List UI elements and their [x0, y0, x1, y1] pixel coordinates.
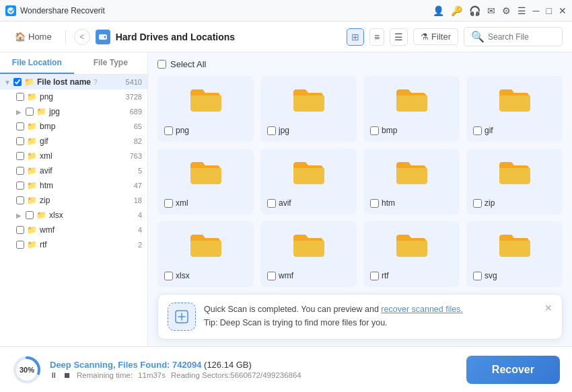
grid-checkbox-jpg[interactable]	[267, 126, 276, 135]
maximize-icon[interactable]: □	[546, 5, 552, 16]
person-icon[interactable]: 👤	[433, 5, 444, 16]
recover-scanned-link[interactable]: recover scanned files.	[381, 305, 463, 314]
headset-icon[interactable]: 🎧	[469, 5, 480, 16]
notification-close-button[interactable]: ✕	[544, 303, 552, 313]
grid-item-jpg[interactable]: jpg	[260, 76, 357, 142]
sidebar-item-xml[interactable]: 📁 xml 763	[0, 149, 147, 163]
grid-item-xml[interactable]: xml	[157, 149, 254, 214]
sidebar-item-bmp[interactable]: 📁 bmp 65	[0, 119, 147, 134]
grid-item-wmf[interactable]: wmf	[260, 221, 357, 287]
pause-button[interactable]: ⏸	[50, 371, 58, 379]
folder-icon-svg	[473, 231, 556, 266]
sidebar-checkbox-png[interactable]	[16, 93, 24, 101]
select-all-row: Select All	[157, 59, 563, 69]
select-all-label: Select All	[170, 59, 206, 69]
sidebar-checkbox-zip[interactable]	[16, 196, 24, 204]
grid-checkbox-rtf[interactable]	[370, 272, 379, 280]
sidebar-checkbox-htm[interactable]	[16, 182, 24, 190]
filter-icon: ⚗	[421, 32, 429, 42]
sidebar-checkbox-wmf[interactable]	[16, 226, 24, 234]
folder-icon-htm	[370, 158, 453, 193]
recover-button[interactable]: Recover	[466, 356, 560, 384]
grid-checkbox-png[interactable]	[164, 126, 173, 135]
filter-button[interactable]: ⚗ Filter	[413, 28, 458, 45]
grid-item-label-bmp: bmp	[370, 126, 397, 135]
grid-item-rtf[interactable]: rtf	[363, 221, 460, 287]
grid-checkbox-xml[interactable]	[164, 199, 173, 208]
sidebar-checkbox-rtf[interactable]	[16, 241, 24, 249]
minimize-icon[interactable]: ─	[533, 5, 540, 16]
sidebar-item-htm[interactable]: 📁 htm 47	[0, 178, 147, 193]
folder-icon-png: 📁	[27, 92, 37, 102]
grid-checkbox-wmf[interactable]	[267, 272, 276, 280]
settings-icon[interactable]: ⚙	[502, 5, 511, 16]
sidebar-item-xlsx[interactable]: ▶ 📁 xlsx 4	[0, 208, 147, 223]
grid-item-zip[interactable]: zip	[466, 149, 563, 214]
grid-checkbox-gif[interactable]	[473, 126, 482, 135]
grid-checkbox-avif[interactable]	[267, 199, 276, 208]
sidebar-checkbox-file-lost-name[interactable]	[13, 78, 22, 86]
notification-bar: Quick Scan is completed. You can preview…	[157, 294, 563, 340]
mail-icon[interactable]: ✉	[487, 5, 495, 16]
close-icon[interactable]: ✕	[559, 5, 567, 16]
tab-file-location[interactable]: File Location	[0, 52, 74, 74]
grid-item-label-svg: svg	[473, 271, 497, 280]
sidebar-item-zip[interactable]: 📁 zip 18	[0, 193, 147, 208]
grid-checkbox-zip[interactable]	[473, 199, 482, 208]
grid-checkbox-svg[interactable]	[473, 272, 482, 280]
back-button[interactable]: <	[74, 29, 90, 45]
sidebar-checkbox-jpg[interactable]	[26, 108, 34, 116]
grid-item-gif[interactable]: gif	[466, 76, 563, 142]
sidebar-item-avif[interactable]: 📁 avif 5	[0, 163, 147, 178]
sidebar-item-rtf[interactable]: 📁 rtf 2	[0, 237, 147, 252]
sidebar-checkbox-xml[interactable]	[16, 152, 24, 160]
grid-checkbox-bmp[interactable]	[370, 126, 379, 135]
hdd-icon	[96, 30, 110, 44]
folder-icon-zip	[473, 158, 556, 193]
grid-item-label-xml: xml	[164, 198, 188, 208]
footer-sub: ⏸ ⏹ Remaining time: 11m37s Reading Secto…	[50, 371, 458, 379]
folder-icon-wmf: 📁	[27, 225, 37, 235]
folder-icon-xml: 📁	[27, 151, 37, 161]
folder-icon-zip: 📁	[27, 196, 37, 205]
search-icon: 🔍	[471, 30, 485, 43]
home-button[interactable]: 🏠 Home	[9, 29, 57, 44]
select-all-checkbox[interactable]	[157, 60, 166, 69]
grid-item-label-avif: avif	[267, 198, 291, 208]
sidebar-count-rtf: 2	[138, 241, 142, 249]
sidebar-count-gif: 82	[134, 137, 142, 145]
sidebar-item-wmf[interactable]: 📁 wmf 4	[0, 223, 147, 237]
grid-item-png[interactable]: png	[157, 76, 254, 142]
sidebar-checkbox-gif[interactable]	[16, 137, 24, 145]
grid-item-xlsx[interactable]: xlsx	[157, 221, 254, 287]
header-divider	[65, 30, 66, 44]
breadcrumb-text: Hard Drives and Locations	[116, 32, 235, 42]
view-compact-button[interactable]: ☰	[390, 28, 408, 46]
grid-item-svg[interactable]: svg	[466, 221, 563, 287]
sidebar-checkbox-avif[interactable]	[16, 167, 24, 175]
grid-item-bmp[interactable]: bmp	[363, 76, 460, 142]
sidebar-checkbox-xlsx[interactable]	[26, 211, 34, 219]
sidebar-label-xlsx: xlsx	[49, 210, 63, 220]
view-grid-button[interactable]: ⊞	[347, 28, 364, 46]
menu-icon[interactable]: ☰	[517, 5, 526, 16]
sidebar-item-gif[interactable]: 📁 gif 82	[0, 134, 147, 149]
tab-file-type[interactable]: File Type	[74, 52, 148, 74]
notification-text: Quick Scan is completed. You can preview…	[204, 303, 536, 329]
sidebar-item-jpg[interactable]: ▶ 📁 jpg 689	[0, 104, 147, 119]
sidebar-item-png[interactable]: 📁 png 3728	[0, 89, 147, 104]
sidebar-checkbox-bmp[interactable]	[16, 122, 24, 130]
search-input[interactable]	[488, 32, 555, 42]
grid-label-xlsx: xlsx	[176, 271, 190, 280]
stop-button[interactable]: ⏹	[63, 371, 71, 379]
grid-label-xml: xml	[176, 198, 188, 208]
svg-point-0	[7, 7, 14, 14]
grid-checkbox-xlsx[interactable]	[164, 272, 173, 280]
grid-label-gif: gif	[485, 126, 493, 135]
grid-item-htm[interactable]: htm	[363, 149, 460, 214]
grid-item-avif[interactable]: avif	[260, 149, 357, 214]
grid-checkbox-htm[interactable]	[370, 199, 379, 208]
sidebar-item-file-lost-name[interactable]: ▼ 📁 File lost name ? 5410	[0, 75, 147, 89]
key-icon[interactable]: 🔑	[451, 5, 462, 16]
view-list-button[interactable]: ≡	[369, 28, 384, 46]
